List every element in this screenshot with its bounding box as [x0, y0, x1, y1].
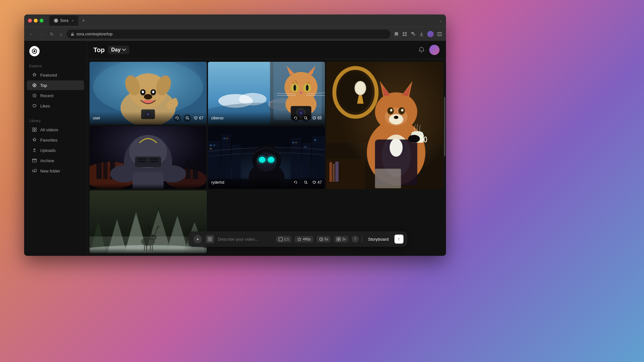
scrollbar-track[interactable] — [443, 57, 446, 256]
like-count-dog: 67 — [199, 116, 203, 120]
url-bar[interactable]: sora.com/explore/top — [67, 30, 391, 39]
video-remix-btn-cat[interactable] — [292, 114, 299, 122]
quality-button[interactable]: 480p — [295, 236, 313, 243]
video-remix-btn-dog[interactable] — [173, 114, 181, 122]
sidebar-item-likes[interactable]: Likes — [27, 101, 84, 111]
video-card-fox[interactable] — [326, 62, 443, 189]
storyboard-tool-button[interactable] — [206, 235, 214, 243]
video-like-area-cat[interactable]: 65 — [312, 116, 322, 120]
refresh-button[interactable]: ↻ — [49, 30, 55, 38]
svg-rect-128 — [292, 142, 294, 143]
chrome-menu-icon[interactable] — [437, 32, 442, 36]
aspect-ratio-icon — [279, 237, 283, 241]
video-card-hacker[interactable]: ryderhd — [208, 126, 325, 189]
address-bar: ← → ↻ ⌂ sora.com/explore/top — [24, 27, 446, 41]
minimize-button[interactable] — [34, 19, 38, 23]
sidebar-item-top[interactable]: Top — [27, 80, 84, 90]
video-card-knight[interactable] — [90, 126, 207, 189]
svg-rect-2 — [403, 32, 404, 34]
day-filter-selector[interactable]: Day — [108, 46, 129, 54]
svg-rect-143 — [262, 166, 271, 171]
main-content: Top Day — [87, 41, 446, 256]
svg-rect-105 — [193, 161, 198, 179]
maximize-button[interactable] — [40, 19, 43, 23]
svg-rect-102 — [103, 160, 108, 179]
likes-label: Likes — [40, 104, 50, 108]
video-like-area-dog[interactable]: 67 — [194, 116, 203, 120]
back-button[interactable]: ← — [28, 30, 35, 38]
svg-rect-94 — [329, 162, 332, 182]
svg-rect-96 — [336, 162, 339, 182]
traffic-lights — [28, 19, 43, 23]
sidebar-item-archive[interactable]: Archive — [27, 156, 84, 165]
sidebar-item-new-folder[interactable]: New folder — [27, 166, 84, 176]
svg-rect-5 — [405, 34, 407, 36]
tab-dropdown-button[interactable]: ⌄ — [439, 18, 442, 23]
sidebar-item-recent[interactable]: Recent — [27, 91, 84, 100]
featured-label: Featured — [40, 73, 57, 78]
add-button[interactable]: + — [194, 235, 202, 243]
duration-button[interactable]: 5s — [317, 236, 331, 243]
new-tab-button[interactable]: + — [80, 16, 88, 25]
svg-rect-8 — [437, 35, 442, 36]
explore-section-label: Explore — [24, 61, 87, 70]
page-title-area: Top Day — [93, 46, 129, 54]
svg-rect-109 — [138, 158, 147, 160]
scrollbar-thumb[interactable] — [444, 97, 445, 156]
prompt-input[interactable] — [218, 237, 272, 242]
browser-tab[interactable]: Sora × — [49, 15, 78, 26]
extensions-icon[interactable] — [402, 32, 407, 37]
duration-icon — [319, 237, 323, 241]
aspect-ratio-label: 1:1 — [284, 237, 289, 241]
forward-button[interactable]: → — [38, 30, 45, 38]
video-remix-btn-hacker[interactable] — [292, 179, 299, 186]
prompt-container: + — [188, 231, 407, 247]
aspect-ratio-button[interactable]: 1:1 — [276, 236, 291, 243]
new-folder-icon — [32, 168, 37, 173]
puzzle-icon[interactable] — [411, 32, 416, 37]
all-videos-label: All videos — [40, 127, 58, 132]
all-videos-icon — [32, 127, 37, 132]
svg-point-53 — [293, 85, 296, 91]
prompt-tools: 1:1 480p — [276, 235, 403, 244]
video-username-dog: user — [93, 116, 100, 120]
sidebar-item-uploads[interactable]: Uploads — [27, 145, 84, 155]
user-avatar[interactable] — [429, 45, 440, 55]
video-like-area-hacker[interactable]: 47 — [312, 180, 322, 185]
user-avatar-small[interactable] — [427, 31, 434, 37]
submit-button[interactable]: ↑ — [394, 235, 403, 244]
tab-close-icon[interactable]: × — [71, 19, 73, 23]
svg-rect-124 — [213, 144, 215, 146]
video-card-cat[interactable]: ciberox — [208, 62, 325, 125]
svg-rect-131 — [314, 139, 316, 141]
download-icon[interactable] — [419, 32, 424, 37]
video-search-btn-cat[interactable] — [302, 114, 310, 122]
svg-rect-93 — [326, 159, 365, 189]
home-button[interactable]: ⌂ — [58, 30, 63, 38]
help-button[interactable]: ? — [352, 236, 359, 243]
svg-point-92 — [408, 135, 420, 143]
sidebar-item-all-videos[interactable]: All videos — [27, 125, 84, 135]
url-text: sora.com/explore/top — [76, 32, 112, 36]
bookmark-icon[interactable] — [394, 32, 399, 37]
tab-bar: Sora × + — [49, 15, 436, 26]
day-filter-label: Day — [111, 47, 120, 53]
svg-point-145 — [265, 155, 276, 164]
variant-button[interactable]: 2v — [334, 236, 348, 243]
svg-point-36 — [186, 117, 188, 119]
fox-illustration — [326, 62, 443, 189]
variant-label: 2v — [342, 237, 346, 241]
video-search-btn-dog[interactable] — [184, 114, 191, 122]
svg-rect-101 — [96, 158, 101, 179]
app-logo[interactable] — [29, 46, 40, 56]
svg-point-87 — [394, 116, 398, 119]
notification-bell-icon[interactable] — [418, 47, 425, 53]
sidebar-item-favorites[interactable]: Favorites — [27, 135, 84, 145]
storyboard-label[interactable]: Storyboard — [365, 236, 391, 243]
svg-rect-129 — [295, 142, 297, 143]
close-button[interactable] — [28, 19, 32, 23]
like-count-cat: 65 — [317, 116, 322, 120]
sidebar-item-featured[interactable]: Featured — [27, 70, 84, 80]
video-card-dog[interactable]: user — [90, 62, 207, 125]
video-search-btn-hacker[interactable] — [302, 179, 310, 186]
